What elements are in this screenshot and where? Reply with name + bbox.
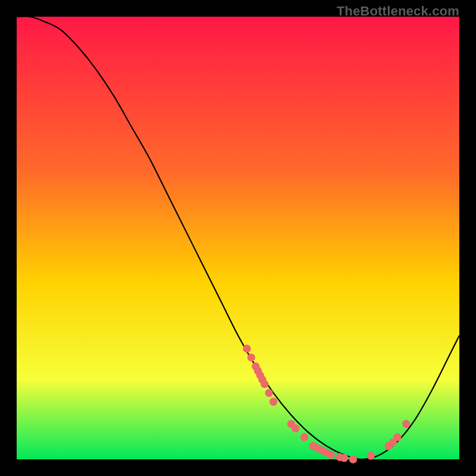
sample-point: [300, 433, 308, 441]
sample-point: [340, 454, 348, 462]
chart-svg: [17, 17, 459, 459]
sample-point: [292, 424, 299, 432]
sample-point: [270, 398, 277, 406]
sample-point: [393, 433, 401, 441]
chart-frame: TheBottleneck.com: [0, 0, 476, 476]
sample-point: [349, 455, 357, 463]
sample-point: [248, 353, 255, 361]
gradient-background: [17, 17, 459, 459]
sample-point: [265, 389, 273, 397]
sample-point: [367, 452, 375, 459]
sample-point: [243, 345, 250, 352]
sample-point: [327, 451, 335, 459]
sample-point: [402, 420, 410, 428]
sample-point: [261, 380, 268, 388]
